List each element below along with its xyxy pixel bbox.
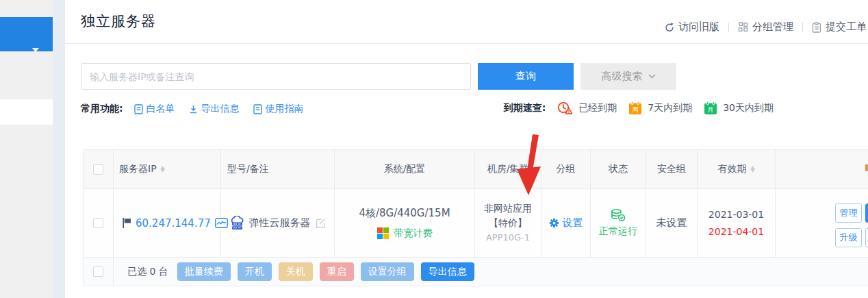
server-model: 弹性云服务器 [249,216,311,229]
model-cell: 弹性云服务器 [221,189,335,257]
caret-down-icon [32,48,39,52]
week-calendar-icon: 周 [628,101,642,115]
col-system: 系统/配置 [335,150,475,188]
refresh-icon [665,23,674,32]
col-server-ip: 服务器IP ▲▼ [114,150,221,188]
expiry-label: 到期速查: [504,102,546,114]
datacenter-cell: 非网站应用 【特价】 APP10G-1 [475,189,541,257]
col-datacenter-label: 机房/集群 [487,163,529,175]
upgrade-button[interactable]: 升级 [835,228,862,247]
page-title: 独立服务器 [81,12,156,31]
table-header-row: 服务器IP ▲▼ 型号/备注 系统/配置 机房/集群 分组 状态 [84,150,868,189]
page-header: 独立服务器 访问旧版 分组管理 [65,0,868,44]
sort-icon[interactable]: ▲▼ [750,166,754,173]
main-content: 独立服务器 访问旧版 分组管理 [65,0,868,298]
month-expiry-label: 30天内到期 [723,102,774,114]
footer-checkbox-cell [84,258,114,286]
billing-type: 带宽计费 [394,227,433,240]
header-checkbox-cell [84,150,114,188]
group-management-label: 分组管理 [752,21,793,34]
visit-old-version-link[interactable]: 访问旧版 [665,21,719,34]
export-info-link[interactable]: 导出信息 [189,103,240,115]
edit-icon[interactable] [316,218,326,228]
server-ip[interactable]: 60.247.144.77 [136,217,211,229]
col-model-label: 型号/备注 [227,163,269,175]
col-security-group-label: 安全组 [657,163,686,175]
submit-ticket-link[interactable]: 提交工单 [812,21,867,34]
col-group: 分组 [541,150,591,188]
sidebar-item-placeholder[interactable] [0,99,53,125]
server-ip-cell: 60.247.144.77 [114,189,221,257]
col-group-label: 分组 [557,163,576,175]
quick-functions: 常用功能: 白名单 导出信息 使用指南 [81,103,304,115]
set-group-button[interactable]: 设置分组 [361,262,414,281]
download-icon [189,105,198,114]
sidebar-active-dropdown[interactable] [0,17,53,51]
week-expiry-filter[interactable]: 周 7天内到期 [628,101,692,115]
flag-icon [122,217,131,229]
expired-filter-label: 已经到期 [578,102,617,114]
col-security-group: 安全组 [646,150,698,188]
col-datacenter: 机房/集群 [475,150,541,188]
actions-cell: 管理 续 升级 备 [776,189,868,257]
status-running-icon [611,209,626,222]
col-status-label: 状态 [609,163,628,175]
week-expiry-label: 7天内到期 [648,102,692,114]
selected-count: 已选 0 台 [127,266,168,278]
power-on-button[interactable]: 开机 [238,262,272,281]
backup-button[interactable]: 备 [865,228,868,247]
left-sidebar [0,0,53,298]
group-cell[interactable]: 设置 [541,189,591,257]
user-guide-link[interactable]: 使用指南 [253,103,304,115]
search-input[interactable] [81,63,471,90]
status-cell: 正常运行 [591,189,646,257]
group-management-link[interactable]: 分组管理 [738,21,793,34]
price-tag: 【特价】 [489,216,527,230]
renew-button[interactable]: 续 [865,203,868,223]
ticket-icon [812,22,821,33]
col-validity-label: 有效期 [717,163,746,175]
select-all-checkbox[interactable] [93,164,103,175]
month-calendar-icon: 月 [704,101,717,115]
row-checkbox[interactable] [93,218,103,228]
validity-cell: 2021-03-01 2021-04-01 [698,189,776,257]
document-icon [253,104,262,114]
batch-buttons: 已选 0 台 批量续费 开机 关机 重启 设置分组 导出信息 [114,258,868,286]
col-server-ip-label: 服务器IP [119,163,157,175]
valid-from-date: 2021-03-01 [709,209,764,220]
grid-icon [738,22,748,32]
advanced-search-button[interactable]: 高级搜索 [580,63,676,90]
whitelist-link[interactable]: 白名单 [134,103,175,115]
advanced-search-label: 高级搜索 [602,70,643,83]
document-icon [134,104,143,114]
group-set-label: 设置 [563,216,583,229]
server-config: 4核/8G/440G/15M [359,207,450,220]
row-checkbox-cell [84,189,114,257]
batch-renew-button[interactable]: 批量续费 [177,262,231,281]
expired-filter[interactable]: 已经到期 [557,101,617,115]
quick-functions-label: 常用功能: [81,103,123,115]
chevron-down-icon [648,74,656,79]
reboot-button[interactable]: 重启 [320,262,354,281]
server-management-page: 独立服务器 访问旧版 分组管理 [0,0,868,298]
divider [802,23,803,32]
clipped-header-icon [865,164,868,171]
query-button[interactable]: 查询 [478,63,574,90]
svg-text:月: 月 [707,105,714,113]
month-expiry-filter[interactable]: 月 30天内到期 [704,101,774,115]
system-config-cell: 4核/8G/440G/15M 带宽计费 [335,189,475,257]
col-validity: 有效期 ▲▼ [698,150,776,188]
security-group-value: 未设置 [656,216,687,229]
valid-to-date: 2021-04-01 [709,226,764,237]
user-guide-label: 使用指南 [266,103,304,115]
power-off-button[interactable]: 关机 [279,262,313,281]
col-system-label: 系统/配置 [384,163,426,175]
batch-action-bar: 已选 0 台 批量续费 开机 关机 重启 设置分组 导出信息 [84,258,868,286]
export-info-button[interactable]: 导出信息 [421,262,474,281]
footer-checkbox[interactable] [93,266,103,277]
export-info-label: 导出信息 [201,103,240,115]
sort-icon[interactable]: ▲▼ [161,166,165,173]
manage-button[interactable]: 管理 [835,203,862,223]
col-actions [776,150,868,188]
col-status: 状态 [591,150,646,188]
